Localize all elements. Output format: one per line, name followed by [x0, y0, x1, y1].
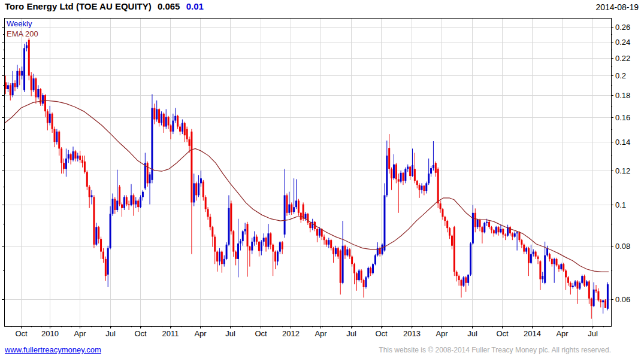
- candle-body: [110, 214, 111, 248]
- candle-body: [337, 248, 339, 257]
- candle-body: [161, 114, 162, 123]
- candle-body: [495, 227, 497, 233]
- candle-body: [470, 244, 471, 275]
- candle-body: [595, 290, 597, 291]
- candle-body: [277, 252, 279, 261]
- candle-body: [265, 238, 267, 247]
- candle-body: [361, 270, 362, 280]
- candle-body: [230, 203, 232, 232]
- x-tick-label: Apr: [194, 329, 207, 338]
- candle-body: [158, 109, 160, 123]
- candle-body: [346, 250, 348, 255]
- candle-body: [391, 169, 392, 178]
- candle-body: [481, 227, 483, 232]
- candle-body: [195, 183, 197, 195]
- candle-body: [525, 248, 527, 252]
- candle-body: [388, 148, 390, 169]
- x-tick-label: Oct: [375, 329, 388, 338]
- x-tick-label: Oct: [255, 329, 267, 338]
- candle-body: [81, 160, 83, 163]
- candle-body: [323, 237, 325, 241]
- candle-body: [309, 223, 311, 228]
- candle-body: [581, 276, 583, 283]
- candle-body: [258, 242, 260, 251]
- y-tick-label: 0.14: [615, 138, 630, 147]
- x-tick-label: Apr: [436, 329, 448, 338]
- candle-body: [144, 163, 146, 188]
- candle-body: [558, 265, 560, 269]
- x-tick-label: Oct: [134, 329, 147, 338]
- candle-body: [189, 139, 191, 146]
- candle-body: [421, 186, 423, 190]
- y-tick-label: 0.2: [615, 71, 626, 80]
- candle-body: [91, 195, 93, 197]
- candle-body: [14, 83, 16, 87]
- candle-body: [330, 240, 332, 248]
- candle-body: [554, 259, 555, 264]
- candle-body: [398, 179, 400, 181]
- candle-body: [123, 197, 125, 208]
- candle-body: [72, 151, 74, 160]
- candle-body: [219, 252, 220, 261]
- candle-body: [86, 172, 88, 187]
- candle-body: [179, 127, 181, 132]
- candle-body: [298, 200, 300, 212]
- candle-body: [114, 199, 116, 210]
- candle-body: [79, 156, 81, 160]
- candle-body: [56, 132, 58, 142]
- candle-body: [163, 114, 165, 127]
- candle-body: [479, 220, 481, 227]
- candle-body: [328, 240, 329, 245]
- candle-body: [135, 200, 137, 204]
- candle-body: [535, 252, 537, 257]
- y-tick-label: 0.06: [615, 295, 630, 304]
- candle-body: [344, 246, 346, 255]
- candle-body: [286, 195, 288, 212]
- candle-body: [240, 241, 241, 244]
- x-tick-label: 2013: [403, 329, 421, 338]
- candle-body: [165, 117, 167, 127]
- candle-body: [35, 78, 37, 97]
- candle-body: [261, 242, 262, 251]
- candle-body: [602, 300, 604, 302]
- candle-body: [274, 252, 276, 261]
- candle-body: [444, 217, 446, 221]
- candle-body: [428, 174, 430, 183]
- x-tick-label: Jul: [225, 329, 235, 338]
- candle-body: [207, 209, 209, 217]
- candle-body: [247, 224, 249, 247]
- candle-body: [467, 275, 469, 283]
- candle-body: [214, 237, 216, 252]
- candle-body: [414, 169, 416, 181]
- candle-body: [191, 132, 192, 203]
- candle-body: [477, 220, 479, 227]
- candle-body: [58, 132, 60, 149]
- x-tick-label: Apr: [74, 329, 86, 338]
- candle-body: [121, 205, 123, 208]
- candle-body: [142, 192, 144, 197]
- y-tick-label: 0.24: [615, 38, 630, 47]
- candle-body: [349, 250, 350, 257]
- candle-body: [588, 281, 590, 299]
- candle-body: [28, 40, 30, 76]
- candle-body: [356, 273, 358, 280]
- candle-body: [456, 272, 458, 276]
- candle-body: [500, 229, 501, 232]
- candle-body: [21, 71, 23, 76]
- x-tick-label: 2014: [524, 329, 541, 338]
- candle-body: [93, 197, 95, 244]
- candle-body: [518, 232, 520, 240]
- candle-body: [433, 165, 434, 168]
- candle-body: [267, 233, 269, 247]
- candle-body: [440, 203, 442, 209]
- candle-body: [126, 197, 128, 204]
- candle-body: [539, 261, 541, 279]
- plot-border: [5, 19, 612, 327]
- candle-body: [363, 280, 365, 287]
- candle-body: [177, 116, 179, 127]
- candle-body: [462, 277, 464, 285]
- footer-site-link[interactable]: www.fullertreacymoney.com: [5, 345, 101, 354]
- candle-body: [370, 268, 371, 273]
- candle-body: [504, 235, 506, 236]
- candle-body: [232, 232, 234, 252]
